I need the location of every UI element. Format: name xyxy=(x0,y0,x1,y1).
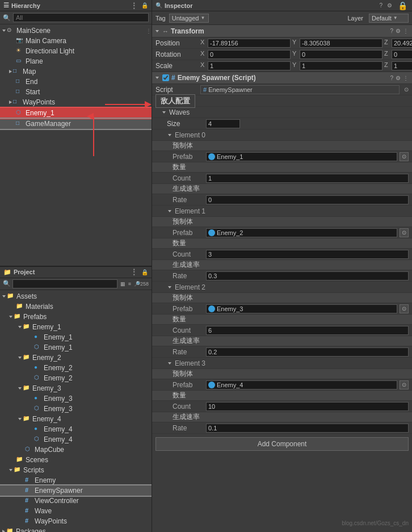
hierarchy-item-gamemanager[interactable]: □ GameManager xyxy=(0,119,152,129)
element1-count-input[interactable] xyxy=(206,250,409,259)
project-item-prefabs[interactable]: 📁 Prefabs xyxy=(0,312,152,322)
element0-count-input[interactable] xyxy=(206,174,409,183)
element1-rate-input[interactable] xyxy=(206,271,409,280)
expand-assets[interactable] xyxy=(2,295,6,298)
element0-rate-input[interactable] xyxy=(206,195,409,204)
project-search-input[interactable] xyxy=(12,279,117,288)
size-input[interactable] xyxy=(206,119,240,128)
element3-prefab-select[interactable]: ⊙ xyxy=(400,380,409,389)
transform-help[interactable]: ? xyxy=(390,28,393,34)
pos-x-input[interactable] xyxy=(208,39,291,48)
enemy-spawner-enabled[interactable] xyxy=(162,74,169,81)
project-item-enemyspawner-script[interactable]: # EnemySpawner xyxy=(0,485,152,496)
project-item-enemy2-circle[interactable]: ● Enemy_2 xyxy=(0,363,152,373)
enemy-spawner-help[interactable]: ? xyxy=(390,75,393,81)
hierarchy-item-dirlight[interactable]: ☀ Directional Light xyxy=(0,46,152,56)
expand-element0[interactable] xyxy=(168,134,171,136)
hierarchy-item-plane[interactable]: ▭ Plane xyxy=(0,56,152,66)
pos-y-input[interactable] xyxy=(300,39,382,48)
expand-scripts[interactable] xyxy=(9,469,12,471)
script-select-icon[interactable]: ⊙ xyxy=(404,86,409,93)
scale-z-input[interactable] xyxy=(392,61,412,70)
add-component-button[interactable]: Add Component xyxy=(155,437,409,451)
project-item-enemy-script[interactable]: # Enemy xyxy=(0,475,152,485)
element3-header[interactable]: Element 3 xyxy=(152,358,412,369)
project-item-waypoints-script[interactable]: # WayPoints xyxy=(0,516,152,526)
hierarchy-item-mainscene[interactable]: ⊙ MainScene ⋮ xyxy=(0,26,152,36)
hierarchy-item-enemy1[interactable]: ⬡ Enemy_1 xyxy=(0,108,152,118)
expand-map[interactable] xyxy=(9,70,12,73)
element2-header[interactable]: Element 2 xyxy=(152,282,412,293)
hierarchy-item-start[interactable]: □ Start xyxy=(0,87,152,97)
element3-rate-input[interactable] xyxy=(206,424,409,433)
transform-more[interactable]: ⋮ xyxy=(403,28,409,34)
project-item-enemy4-cube[interactable]: ⬡ Enemy_4 xyxy=(0,434,152,445)
project-item-enemy3-circle[interactable]: ● Enemy_3 xyxy=(0,393,152,404)
transform-header[interactable]: ↔ Transform ? ⚙ ⋮ xyxy=(152,25,412,37)
project-item-enemy1-cube[interactable]: ⬡ Enemy_1 xyxy=(0,342,152,353)
enemy-spawner-settings[interactable]: ⚙ xyxy=(396,75,401,81)
project-item-enemy3-folder[interactable]: 📁 Enemy_3 xyxy=(0,383,152,393)
project-item-viewcontroller[interactable]: # ViewController xyxy=(0,496,152,506)
element1-prefab-select[interactable]: ⊙ xyxy=(400,228,409,237)
project-lock[interactable]: 🔒 xyxy=(141,269,148,275)
project-item-packages[interactable]: 📁 Packages xyxy=(0,526,152,533)
rot-z-input[interactable] xyxy=(392,50,412,59)
inspector-settings[interactable]: ⚙ xyxy=(387,2,392,9)
project-item-scripts[interactable]: 📁 Scripts xyxy=(0,465,152,475)
expand-enemy3-folder[interactable] xyxy=(18,387,22,389)
element2-rate-input[interactable] xyxy=(206,347,409,357)
expand-packages[interactable] xyxy=(2,530,5,533)
pos-z-input[interactable] xyxy=(392,39,412,48)
hierarchy-item-end[interactable]: □ End xyxy=(0,77,152,87)
expand-waypoints[interactable] xyxy=(9,100,12,104)
expand-element3[interactable] xyxy=(168,362,171,365)
element3-count-input[interactable] xyxy=(206,402,409,411)
tag-dropdown[interactable]: Untagged ▼ xyxy=(169,14,209,23)
project-item-enemy1-circle[interactable]: ● Enemy_1 xyxy=(0,332,152,342)
inspector-menu[interactable]: 🔒 xyxy=(397,1,409,10)
expand-transform[interactable] xyxy=(155,30,159,32)
element0-prefab-select[interactable]: ⊙ xyxy=(400,152,409,161)
hierarchy-item-waypoints[interactable]: □ WayPoints xyxy=(0,97,152,107)
project-item-wave[interactable]: # Wave xyxy=(0,506,152,516)
element2-count-input[interactable] xyxy=(206,326,409,335)
project-item-assets[interactable]: 📁 Assets xyxy=(0,291,152,301)
inspector-help[interactable]: ? xyxy=(379,2,382,9)
layer-dropdown[interactable]: Default ▼ xyxy=(369,14,409,23)
scale-y-input[interactable] xyxy=(300,61,382,70)
enemy-spawner-header[interactable]: # Enemy Spawner (Script) ? ⚙ ⋮ xyxy=(152,72,412,84)
rot-x-input[interactable] xyxy=(208,50,291,59)
expand-enemy2-folder[interactable] xyxy=(18,357,22,359)
expand-enemy4-folder[interactable] xyxy=(18,418,22,420)
scale-x-input[interactable] xyxy=(208,61,291,70)
list-toggle-icon[interactable]: ≡ xyxy=(128,281,131,287)
hierarchy-search-input[interactable] xyxy=(13,13,149,22)
mainscene-more[interactable]: ⋮ xyxy=(146,28,152,34)
element2-prefab-select[interactable]: ⊙ xyxy=(400,304,409,313)
expand-mainscene[interactable] xyxy=(2,30,6,32)
project-item-enemy4-circle[interactable]: ● Enemy_4 xyxy=(0,424,152,434)
element0-header[interactable]: Element 0 xyxy=(152,129,412,141)
expand-element2[interactable] xyxy=(168,286,171,288)
enemy-spawner-more[interactable]: ⋮ xyxy=(403,75,409,81)
project-item-materials[interactable]: 📁 Materials xyxy=(0,301,152,312)
project-item-scenes[interactable]: 📁 Scenes xyxy=(0,455,152,465)
view-toggle-icon[interactable]: ▦ xyxy=(120,281,125,287)
zoom-icon[interactable]: 🔎258 xyxy=(134,281,149,287)
expand-waves[interactable] xyxy=(162,111,166,114)
project-item-enemy4-folder[interactable]: 📁 Enemy_4 xyxy=(0,414,152,424)
hierarchy-lock[interactable]: 🔒 xyxy=(141,2,148,9)
project-item-enemy2-folder[interactable]: 📁 Enemy_2 xyxy=(0,353,152,363)
hierarchy-item-map[interactable]: □ Map xyxy=(0,66,152,77)
hierarchy-menu[interactable]: ⋮ xyxy=(129,1,139,10)
expand-enemy-spawner[interactable] xyxy=(155,77,159,79)
waves-header[interactable]: Waves xyxy=(152,107,412,118)
expand-prefabs[interactable] xyxy=(9,316,12,318)
transform-settings[interactable]: ⚙ xyxy=(396,28,401,34)
expand-element1[interactable] xyxy=(168,210,171,212)
hierarchy-item-maincamera[interactable]: 📷 Main Camera xyxy=(0,36,152,46)
project-menu[interactable]: ⋮ xyxy=(129,267,139,277)
project-item-mapcube[interactable]: ⬡ MapCube xyxy=(0,445,152,455)
rot-y-input[interactable] xyxy=(300,50,382,59)
